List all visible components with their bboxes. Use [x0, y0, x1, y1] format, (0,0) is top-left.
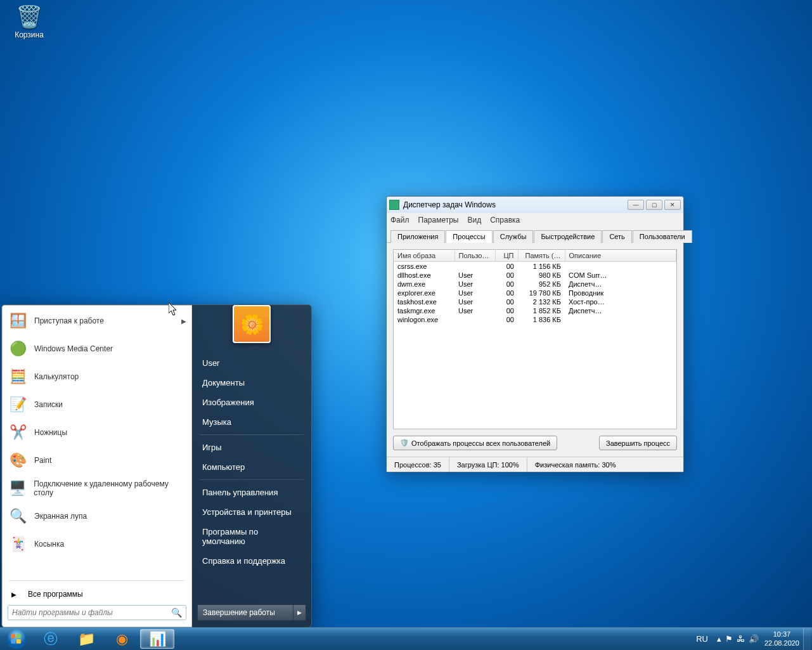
- ie-icon: ⓔ: [44, 630, 58, 649]
- table-row[interactable]: winlogon.exe001 836 КБ: [394, 315, 676, 324]
- maximize-button[interactable]: ▢: [646, 200, 662, 210]
- start-menu-left-pane: 🪟Приступая к работе▶🟢Windows Media Cente…: [2, 305, 192, 627]
- tray-language[interactable]: RU: [696, 634, 708, 644]
- tab-network[interactable]: Сеть: [602, 230, 631, 243]
- col-image-name[interactable]: Имя образа: [394, 250, 454, 262]
- start-menu-item[interactable]: 🟢Windows Media Center: [3, 335, 191, 363]
- minimize-button[interactable]: —: [628, 200, 644, 210]
- svg-rect-2: [16, 634, 21, 638]
- windows-orb-icon: [6, 628, 27, 650]
- process-table-wrapper: Имя образа Пользо… ЦП Память (… Описание…: [393, 249, 677, 429]
- link-computer[interactable]: Компьютер: [197, 457, 306, 477]
- start-button[interactable]: [0, 628, 33, 650]
- start-menu-item[interactable]: 🧮Калькулятор: [3, 363, 191, 391]
- task-manager-menubar: Файл Параметры Вид Справка: [387, 213, 683, 227]
- recycle-bin-icon: 🗑️: [16, 4, 42, 29]
- tab-users[interactable]: Пользователи: [633, 230, 692, 243]
- start-menu-item[interactable]: 🃏Косынка: [3, 530, 191, 558]
- taskbar-media-player[interactable]: ◉: [105, 629, 139, 649]
- tab-applications[interactable]: Приложения: [390, 230, 445, 243]
- menu-options[interactable]: Параметры: [418, 216, 459, 224]
- tray-show-hidden-icon[interactable]: ▴: [717, 634, 721, 644]
- app-icon: 🪟: [8, 311, 28, 331]
- table-row[interactable]: taskhost.exeUser002 132 КБХост-про…: [394, 297, 676, 306]
- task-manager-statusbar: Процессов: 35 Загрузка ЦП: 100% Физическ…: [387, 457, 683, 472]
- start-menu-item[interactable]: 🖥️Подключение к удаленному рабочему стол…: [3, 474, 191, 502]
- start-menu-item[interactable]: 🪟Приступая к работе▶: [3, 307, 191, 335]
- tray-clock[interactable]: 10:37 22.08.2020: [764, 630, 799, 647]
- close-button[interactable]: ✕: [664, 200, 681, 210]
- arrow-right-icon: ▶: [181, 318, 186, 325]
- show-desktop-button[interactable]: [803, 628, 811, 650]
- app-icon: 🎨: [8, 450, 28, 471]
- show-all-users-button[interactable]: 🛡️Отображать процессы всех пользователей: [393, 436, 557, 450]
- arrow-right-icon: ▶: [11, 591, 16, 598]
- shutdown-button[interactable]: Завершение работы: [197, 604, 293, 621]
- col-cpu[interactable]: ЦП: [495, 250, 518, 262]
- link-games[interactable]: Игры: [197, 438, 306, 457]
- taskbar-explorer[interactable]: 📁: [69, 629, 103, 649]
- link-pictures[interactable]: Изображения: [197, 393, 306, 412]
- media-player-icon: ◉: [116, 631, 128, 647]
- taskbar: ⓔ 📁 ◉ 📊 RU ▴ ⚑ 🖧 🔊 10:37 22.08.2020: [0, 627, 812, 650]
- app-icon: 🔍: [8, 506, 28, 526]
- menu-file[interactable]: Файл: [390, 216, 409, 224]
- tab-services[interactable]: Службы: [493, 230, 534, 243]
- tab-processes[interactable]: Процессы: [446, 230, 492, 243]
- col-memory[interactable]: Память (…: [518, 250, 565, 262]
- table-row[interactable]: csrss.exe001 156 КБ: [394, 262, 676, 271]
- start-item-label: Windows Media Center: [34, 344, 113, 353]
- task-manager-titlebar[interactable]: Диспетчер задач Windows — ▢ ✕: [387, 197, 683, 213]
- start-menu-item[interactable]: ✂️Ножницы: [3, 419, 191, 446]
- all-programs[interactable]: ▶ Все программы: [3, 583, 191, 605]
- svg-point-0: [7, 629, 27, 649]
- app-icon: 🧮: [8, 367, 28, 387]
- link-devices[interactable]: Устройства и принтеры: [197, 502, 306, 522]
- divider: [200, 434, 304, 435]
- recycle-bin[interactable]: 🗑️ Корзина: [11, 4, 47, 39]
- link-help[interactable]: Справка и поддержка: [197, 551, 306, 571]
- table-row[interactable]: dllhost.exeUser00980 КБCOM Surr…: [394, 271, 676, 280]
- taskbar-ie[interactable]: ⓔ: [34, 629, 68, 649]
- tray-volume-icon[interactable]: 🔊: [749, 634, 759, 644]
- user-name-link[interactable]: User: [197, 353, 306, 373]
- status-memory: Физическая память: 30%: [527, 457, 624, 472]
- divider: [9, 580, 185, 581]
- start-menu-item[interactable]: 📝Записки: [3, 391, 191, 419]
- start-item-label: Косынка: [34, 540, 64, 549]
- table-row[interactable]: taskmgr.exeUser001 852 КБДиспетч…: [394, 306, 676, 315]
- start-search[interactable]: 🔍: [8, 605, 186, 620]
- menu-help[interactable]: Справка: [490, 216, 520, 224]
- link-documents[interactable]: Документы: [197, 373, 306, 393]
- user-picture[interactable]: 🌼: [233, 305, 271, 343]
- col-user[interactable]: Пользо…: [454, 250, 495, 262]
- table-row[interactable]: explorer.exeUser0019 780 КБПроводник: [394, 289, 676, 297]
- table-row[interactable]: dwm.exeUser00952 КБДиспетч…: [394, 280, 676, 289]
- start-item-label: Приступая к работе: [34, 316, 104, 325]
- tray-action-center-icon[interactable]: ⚑: [725, 634, 733, 644]
- menu-view[interactable]: Вид: [467, 216, 481, 224]
- end-process-button[interactable]: Завершить процесс: [599, 436, 677, 450]
- app-icon: 🃏: [8, 534, 28, 554]
- shutdown-options-button[interactable]: ▶: [293, 604, 306, 621]
- svg-rect-3: [11, 639, 16, 644]
- link-music[interactable]: Музыка: [197, 412, 306, 432]
- search-input[interactable]: [12, 608, 171, 617]
- link-default-programs[interactable]: Программы по умолчанию: [197, 522, 306, 551]
- start-menu-item[interactable]: 🎨Paint: [3, 446, 191, 474]
- svg-rect-4: [16, 639, 21, 644]
- app-icon: 📝: [8, 394, 28, 415]
- app-icon: 🟢: [8, 339, 28, 359]
- col-description[interactable]: Описание: [565, 250, 676, 262]
- start-menu-item[interactable]: 🔍Экранная лупа: [3, 502, 191, 530]
- taskbar-task-manager[interactable]: 📊: [140, 629, 174, 649]
- link-control-panel[interactable]: Панель управления: [197, 483, 306, 502]
- tray-network-icon[interactable]: 🖧: [737, 634, 745, 644]
- process-table: Имя образа Пользо… ЦП Память (… Описание…: [394, 250, 676, 324]
- app-icon: 🖥️: [8, 478, 27, 498]
- folder-icon: 📁: [78, 631, 95, 647]
- search-icon: 🔍: [171, 608, 182, 618]
- start-item-label: Ножницы: [34, 428, 67, 437]
- task-manager-body: Имя образа Пользо… ЦП Память (… Описание…: [387, 243, 683, 457]
- tab-performance[interactable]: Быстродействие: [534, 230, 602, 243]
